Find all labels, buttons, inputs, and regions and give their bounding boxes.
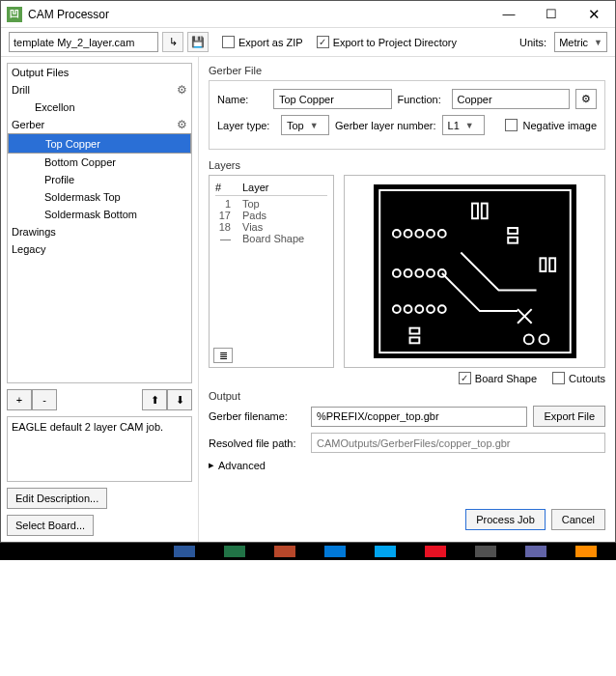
layer-row[interactable]: 17Pads bbox=[215, 210, 327, 221]
gear-icon[interactable]: ⚙ bbox=[177, 83, 187, 97]
description-box: EAGLE default 2 layer CAM job. bbox=[7, 416, 192, 482]
svg-point-3 bbox=[415, 230, 423, 238]
layers-group: #Layer 1Top17Pads18Vias—Board Shape ≣ bbox=[209, 175, 605, 368]
svg-rect-16 bbox=[472, 204, 478, 219]
gear-icon: ⚙ bbox=[581, 93, 591, 105]
svg-rect-17 bbox=[481, 204, 487, 219]
save-template-button[interactable]: 💾 bbox=[187, 32, 209, 52]
export-file-button[interactable]: Export File bbox=[533, 406, 605, 427]
template-path-input[interactable] bbox=[9, 32, 158, 52]
gerber-file-group: Name: Top Copper Function: Copper ⚙ Laye… bbox=[209, 80, 605, 150]
svg-rect-21 bbox=[409, 337, 419, 343]
layers-icon: ≣ bbox=[219, 350, 228, 362]
export-project-dir-checkbox[interactable]: ✓ bbox=[317, 36, 329, 48]
function-settings-button[interactable]: ⚙ bbox=[575, 89, 597, 109]
svg-point-12 bbox=[404, 305, 411, 313]
advanced-toggle[interactable]: ▸ Advanced bbox=[209, 459, 605, 471]
layer-type-select[interactable]: Top▼ bbox=[281, 115, 329, 135]
svg-point-1 bbox=[392, 230, 400, 238]
gerber-filename-input[interactable]: %PREFIX/copper_top.gbr bbox=[311, 407, 527, 427]
units-label: Units: bbox=[519, 37, 546, 48]
svg-rect-19 bbox=[508, 238, 518, 243]
chevron-down-icon: ▼ bbox=[465, 121, 474, 130]
tree-item[interactable]: Drill⚙ bbox=[8, 81, 191, 99]
units-select[interactable]: Metric ▼ bbox=[554, 32, 607, 52]
move-up-button[interactable]: ⬆ bbox=[142, 389, 167, 410]
titlebar: 凹 CAM Processor — ☐ ✕ bbox=[1, 1, 615, 28]
cancel-button[interactable]: Cancel bbox=[551, 509, 605, 530]
tree-item[interactable]: Excellon bbox=[8, 99, 191, 116]
cutouts-label: Cutouts bbox=[569, 373, 605, 384]
tree-item[interactable]: Legacy bbox=[8, 240, 191, 258]
layers-list[interactable]: #Layer 1Top17Pads18Vias—Board Shape ≣ bbox=[209, 175, 334, 368]
move-down-button[interactable]: ⬇ bbox=[167, 389, 192, 410]
chevron-down-icon: ▼ bbox=[594, 38, 602, 47]
close-button[interactable]: ✕ bbox=[573, 1, 615, 28]
svg-rect-18 bbox=[508, 228, 518, 234]
tree-item[interactable]: Profile bbox=[8, 171, 191, 188]
svg-point-5 bbox=[437, 230, 445, 238]
gerber-preview bbox=[374, 184, 576, 358]
gerber-filename-label: Gerber filename: bbox=[209, 410, 305, 422]
svg-rect-22 bbox=[540, 258, 546, 271]
dialog-footer: Process Job Cancel bbox=[209, 509, 605, 534]
units-value: Metric bbox=[559, 37, 588, 48]
gerber-layer-number-label: Gerber layer number: bbox=[335, 120, 436, 131]
board-shape-label: Board Shape bbox=[475, 373, 537, 384]
app-icon: 凹 bbox=[7, 7, 22, 22]
gear-icon[interactable]: ⚙ bbox=[177, 118, 187, 131]
process-job-button[interactable]: Process Job bbox=[465, 509, 546, 530]
svg-point-11 bbox=[392, 305, 400, 313]
svg-point-25 bbox=[539, 335, 548, 345]
layer-row[interactable]: 18Vias bbox=[215, 221, 327, 233]
svg-rect-20 bbox=[409, 328, 419, 334]
tree-item[interactable]: Soldermask Bottom bbox=[8, 206, 191, 223]
svg-point-14 bbox=[427, 305, 434, 313]
cutouts-checkbox[interactable] bbox=[552, 372, 565, 384]
tree-heading: Output Files bbox=[8, 64, 191, 81]
svg-point-4 bbox=[427, 230, 434, 238]
resolved-path-value: CAMOutputs/GerberFiles/copper_top.gbr bbox=[311, 433, 605, 453]
tree-item[interactable]: Top Copper bbox=[8, 133, 191, 154]
svg-point-2 bbox=[404, 230, 411, 238]
preview-panel bbox=[344, 175, 605, 368]
svg-point-9 bbox=[427, 269, 434, 277]
negative-image-checkbox[interactable] bbox=[505, 119, 518, 131]
tree-item[interactable]: Bottom Copper bbox=[8, 154, 191, 171]
left-pane: Output Files Drill⚙ExcellonGerber⚙Top Co… bbox=[1, 57, 199, 542]
name-input[interactable]: Top Copper bbox=[273, 89, 392, 109]
layer-type-label: Layer type: bbox=[217, 120, 275, 131]
function-input[interactable]: Copper bbox=[452, 89, 571, 109]
right-pane: Gerber File Name: Top Copper Function: C… bbox=[199, 57, 615, 542]
toolbar: ↳ 💾 Export as ZIP ✓ Export to Project Di… bbox=[1, 28, 615, 57]
col-layer: Layer bbox=[242, 182, 269, 193]
tree-item[interactable]: Drawings bbox=[8, 223, 191, 240]
edit-description-button[interactable]: Edit Description... bbox=[7, 488, 107, 509]
gerber-layer-number-select[interactable]: L1▼ bbox=[442, 115, 485, 135]
remove-output-button[interactable]: - bbox=[32, 389, 57, 410]
add-output-button[interactable]: + bbox=[7, 389, 32, 410]
svg-point-24 bbox=[523, 335, 533, 345]
open-template-button[interactable]: ↳ bbox=[162, 32, 183, 52]
export-project-dir-label: Export to Project Directory bbox=[333, 37, 457, 48]
layers-edit-button[interactable]: ≣ bbox=[213, 348, 233, 363]
export-zip-label: Export as ZIP bbox=[238, 37, 303, 48]
col-num: # bbox=[215, 182, 231, 193]
layer-row[interactable]: 1Top bbox=[215, 198, 327, 210]
resolved-path-label: Resolved file path: bbox=[209, 437, 305, 449]
tree-item[interactable]: Gerber⚙ bbox=[8, 116, 191, 133]
select-board-button[interactable]: Select Board... bbox=[7, 515, 94, 536]
window-title: CAM Processor bbox=[28, 8, 488, 21]
cam-processor-window: 凹 CAM Processor — ☐ ✕ ↳ 💾 Export as ZIP … bbox=[0, 0, 616, 543]
minimize-button[interactable]: — bbox=[488, 1, 530, 28]
layer-row[interactable]: —Board Shape bbox=[215, 233, 327, 244]
chevron-down-icon: ▼ bbox=[310, 121, 319, 130]
maximize-button[interactable]: ☐ bbox=[530, 1, 573, 28]
svg-point-6 bbox=[392, 269, 400, 277]
tree-item[interactable]: Soldermask Top bbox=[8, 188, 191, 206]
advanced-label: Advanced bbox=[218, 460, 266, 471]
board-shape-checkbox[interactable]: ✓ bbox=[459, 372, 471, 384]
export-zip-checkbox[interactable] bbox=[222, 36, 235, 48]
layers-group-label: Layers bbox=[209, 159, 605, 171]
output-files-tree[interactable]: Output Files Drill⚙ExcellonGerber⚙Top Co… bbox=[7, 63, 192, 383]
